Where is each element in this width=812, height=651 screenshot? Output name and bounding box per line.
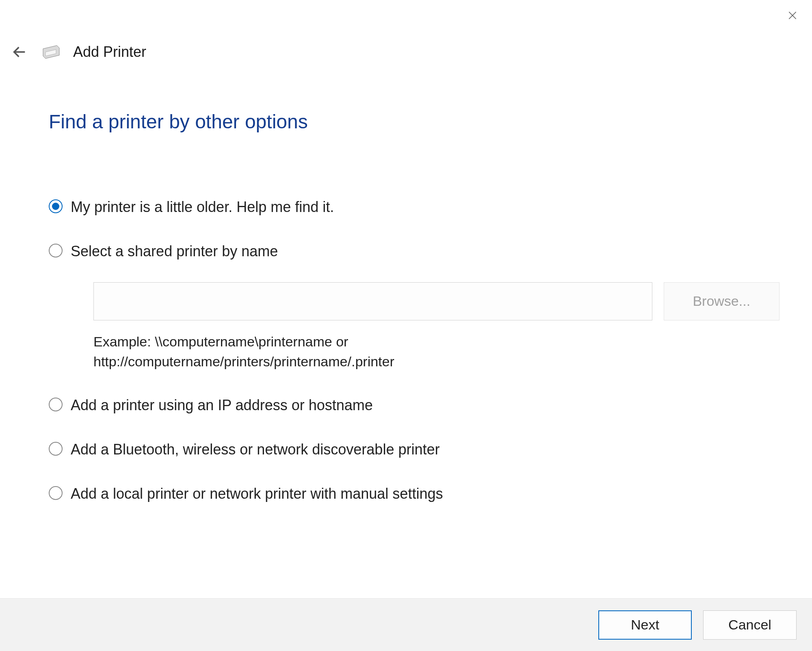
option-shared-by-name[interactable]: Select a shared printer by name bbox=[49, 242, 780, 261]
option-ip-hostname[interactable]: Add a printer using an IP address or hos… bbox=[49, 396, 780, 415]
printer-options-group: My printer is a little older. Help me fi… bbox=[49, 198, 780, 504]
shared-printer-subsection: Browse... Example: \\computername\printe… bbox=[93, 282, 780, 372]
close-icon bbox=[787, 10, 798, 21]
back-button[interactable] bbox=[10, 42, 29, 62]
add-printer-wizard: Add Printer Find a printer by other opti… bbox=[0, 0, 812, 651]
arrow-left-icon bbox=[11, 44, 28, 60]
printer-icon bbox=[41, 44, 62, 60]
radio-label: Select a shared printer by name bbox=[71, 242, 278, 261]
radio-label: Add a local printer or network printer w… bbox=[71, 484, 443, 504]
radio-label: My printer is a little older. Help me fi… bbox=[71, 198, 334, 217]
shared-printer-path-input[interactable] bbox=[93, 282, 652, 320]
option-local-manual[interactable]: Add a local printer or network printer w… bbox=[49, 484, 780, 504]
wizard-title: Add Printer bbox=[73, 43, 146, 61]
browse-button[interactable]: Browse... bbox=[664, 282, 780, 320]
wizard-header: Add Printer bbox=[10, 42, 146, 62]
shared-input-row: Browse... bbox=[93, 282, 780, 320]
radio-icon bbox=[49, 486, 63, 500]
radio-icon bbox=[49, 199, 63, 213]
wizard-footer: Next Cancel bbox=[0, 598, 812, 651]
page-heading: Find a printer by other options bbox=[49, 110, 780, 133]
radio-label: Add a printer using an IP address or hos… bbox=[71, 396, 373, 415]
radio-icon bbox=[49, 442, 63, 456]
radio-icon bbox=[49, 244, 63, 257]
option-older-printer[interactable]: My printer is a little older. Help me fi… bbox=[49, 198, 780, 217]
wizard-content: Find a printer by other options My print… bbox=[49, 110, 780, 529]
cancel-button[interactable]: Cancel bbox=[703, 610, 797, 640]
shared-printer-example: Example: \\computername\printername or h… bbox=[93, 332, 662, 372]
radio-label: Add a Bluetooth, wireless or network dis… bbox=[71, 440, 440, 459]
radio-icon bbox=[49, 398, 63, 411]
close-button[interactable] bbox=[784, 7, 801, 24]
next-button[interactable]: Next bbox=[598, 610, 692, 640]
option-bluetooth-wireless[interactable]: Add a Bluetooth, wireless or network dis… bbox=[49, 440, 780, 459]
